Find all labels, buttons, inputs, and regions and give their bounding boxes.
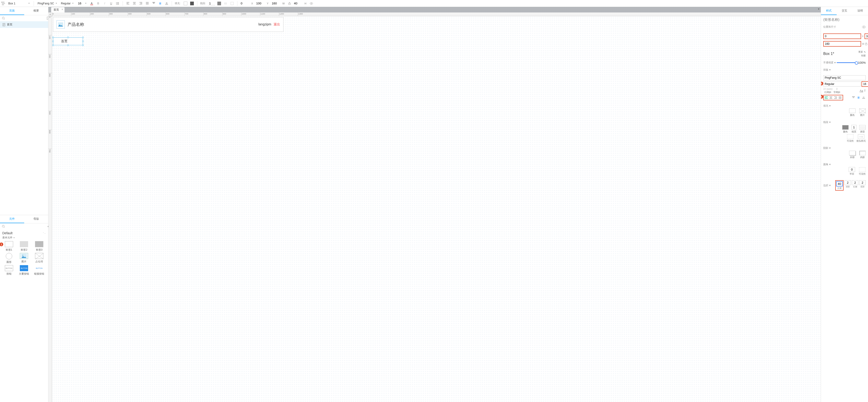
text-options-icon[interactable]: T — [864, 89, 866, 92]
visibility-icon[interactable] — [862, 26, 866, 28]
widget-image[interactable]: 图片 — [17, 253, 31, 264]
inspector-x-input[interactable] — [823, 33, 861, 39]
update-style-link[interactable]: 更新 — [858, 50, 863, 54]
inspector-font-weight[interactable] — [823, 82, 861, 87]
tab-pages[interactable]: 页面 — [0, 7, 24, 15]
valign-middle-button[interactable] — [857, 96, 861, 99]
font-family-dropdown[interactable]: PingFang SC ▼ — [37, 1, 58, 5]
font-size-input[interactable] — [78, 2, 84, 5]
bullet-list-button[interactable] — [115, 1, 120, 6]
align-center-button[interactable] — [132, 1, 137, 6]
resize-handle[interactable] — [52, 37, 54, 38]
resize-handle[interactable] — [82, 45, 84, 46]
border-width-input[interactable] — [851, 125, 857, 130]
size-h-input[interactable] — [293, 2, 303, 5]
inspector-font-family[interactable] — [823, 75, 866, 80]
shadow-outer-button[interactable] — [849, 151, 856, 155]
page-tree-item[interactable]: 首页 — [0, 21, 48, 28]
edit-icon[interactable]: ✎ — [864, 51, 866, 53]
border-type-button[interactable] — [859, 125, 866, 130]
lock-aspect-icon[interactable] — [865, 42, 867, 45]
widget-primary-button[interactable]: BUTTON 主要按钮 — [17, 265, 31, 276]
align-right-button[interactable] — [138, 1, 143, 6]
fill-image-button[interactable] — [859, 109, 866, 113]
opacity-slider[interactable] — [837, 62, 857, 63]
align-justify-button[interactable] — [838, 96, 842, 99]
fill-color-swatch[interactable] — [183, 1, 188, 6]
underline-button[interactable]: U — [109, 1, 114, 6]
padding-top-input[interactable] — [844, 180, 851, 185]
italic-button[interactable]: I — [102, 1, 107, 6]
align-right-button[interactable] — [833, 96, 838, 99]
widget-button[interactable]: BUTTON 按钮 — [2, 265, 16, 276]
widget-rect3[interactable]: 矩形3 — [32, 241, 46, 252]
corner-visibility-button[interactable] — [859, 167, 865, 172]
padding-bottom-input[interactable] — [859, 180, 866, 185]
font-color-button[interactable]: A — [89, 1, 94, 6]
widget-ellipse[interactable]: 圆形 — [2, 253, 16, 264]
resize-handle[interactable] — [52, 45, 54, 46]
widget-name-dropdown[interactable]: Box 1 ▼ — [7, 1, 31, 5]
resize-handle[interactable] — [82, 40, 84, 42]
line-height-value[interactable]: 22 (auto) — [823, 88, 833, 90]
shadow-inner-button[interactable] — [859, 151, 866, 155]
border-visibility-button[interactable] — [847, 134, 854, 139]
fill-color-swatch-dark[interactable] — [190, 1, 194, 6]
font-size-dropdown[interactable]: ▼ — [76, 1, 88, 5]
resize-handle[interactable] — [67, 45, 69, 46]
size-w-input[interactable] — [271, 2, 280, 5]
chevron-icon[interactable]: ⌃⌄ — [43, 232, 46, 234]
valign-bottom-button[interactable] — [862, 96, 866, 99]
align-center-button[interactable] — [829, 96, 833, 99]
pos-y-input[interactable] — [256, 2, 265, 5]
pages-search-input[interactable] — [6, 17, 45, 20]
text-case-icon[interactable]: Aa — [860, 89, 863, 92]
visibility-toggle-button[interactable] — [309, 1, 314, 6]
resize-handle[interactable] — [67, 37, 69, 38]
selected-widget[interactable]: 4 首页 — [53, 37, 83, 45]
valign-top-button[interactable] — [851, 96, 856, 99]
tab-style[interactable]: 样式 — [821, 7, 837, 15]
font-weight-dropdown[interactable]: Regular ▼ — [60, 1, 75, 5]
resize-handle[interactable] — [52, 40, 54, 42]
corner-radius-input[interactable] — [849, 167, 855, 172]
ruler-horizontal[interactable]: 0100200300400500600700800900100011001200… — [52, 12, 821, 16]
widget-rect2[interactable]: 矩形2 — [17, 241, 31, 252]
border-color-button[interactable] — [842, 125, 849, 130]
logout-link[interactable]: 退出 — [274, 22, 280, 27]
widget-options-icon[interactable] — [1, 1, 5, 5]
widgets-search-input[interactable] — [6, 225, 45, 228]
inspector-y-input[interactable] — [865, 33, 868, 39]
tab-widgets[interactable]: 元件 — [0, 215, 24, 223]
border-visibility-button[interactable] — [230, 1, 235, 6]
align-left-button[interactable] — [824, 96, 828, 99]
page-tabs-menu-icon[interactable]: ▾ — [818, 7, 819, 10]
align-justify-button[interactable] — [145, 1, 150, 6]
stroke-style-button[interactable] — [223, 1, 228, 6]
ruler-origin[interactable]: ⊕ — [49, 12, 52, 16]
widget-rect1[interactable]: 1 矩形1 — [2, 241, 16, 252]
stroke-color-swatch[interactable] — [217, 1, 221, 6]
ruler-vertical[interactable]: 0100200300400500600700 — [49, 16, 52, 402]
valign-top-button[interactable] — [151, 1, 156, 6]
tab-masters[interactable]: 母版 — [24, 215, 49, 223]
align-left-button[interactable] — [126, 1, 130, 6]
padding-left-input[interactable] — [836, 181, 843, 186]
valign-middle-button[interactable] — [158, 1, 162, 6]
arrow-style-button[interactable] — [858, 134, 864, 139]
inspector-w-input[interactable] — [823, 41, 861, 47]
tab-interactions[interactable]: 交互 — [837, 7, 852, 15]
close-icon[interactable]: × — [62, 8, 63, 11]
widget-placeholder[interactable]: 占位符 — [32, 253, 46, 264]
valign-bottom-button[interactable] — [164, 1, 169, 6]
fill-color-button[interactable] — [849, 109, 856, 113]
stroke-width-input[interactable] — [209, 2, 215, 5]
tab-outline[interactable]: 概要 — [24, 7, 49, 15]
padding-right-input[interactable] — [852, 180, 858, 185]
shape-name-input[interactable] — [823, 17, 867, 22]
inspector-font-size[interactable] — [862, 81, 868, 87]
widget-link-button[interactable]: BUTTON 链接按钮 — [32, 265, 46, 276]
letter-spacing-value[interactable]: 0 — [836, 88, 838, 90]
canvas[interactable]: 产品名称 langzipm 退出 4 首页 — [52, 16, 821, 402]
bold-button[interactable]: B — [96, 1, 100, 6]
